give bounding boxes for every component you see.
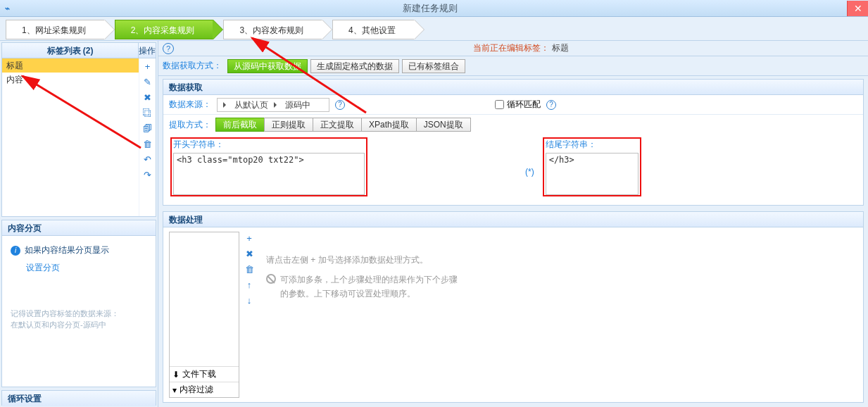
redo-icon[interactable]: ↷ — [142, 170, 153, 181]
duplicate-icon[interactable]: ⿻ — [142, 108, 153, 119]
file-download-option[interactable]: ⬇ 文件下载 — [170, 366, 239, 382]
wildcard-link[interactable]: (*) — [525, 167, 534, 177]
loop-match-label: 循环匹配 — [507, 99, 541, 111]
copy-icon[interactable]: 🗐 — [142, 123, 153, 134]
pagination-header: 内容分页 — [2, 220, 156, 236]
trash-icon[interactable]: 🗑 — [142, 139, 153, 150]
step-content-rules[interactable]: 2、内容采集规则 — [115, 20, 214, 39]
start-string-label: 开头字符串： — [173, 139, 365, 150]
extract-tab-body[interactable]: 正文提取 — [313, 118, 362, 132]
tag-list-panel: 标签列表 (2) 操作 标题 内容 + ✎ ✖ ⿻ 🗐 🗑 ↶ ↷ — [1, 42, 156, 217]
wizard-steps: 1、网址采集规则 2、内容采集规则 3、内容发布规则 4、其他设置 — [0, 17, 868, 41]
chevron-right-icon — [223, 102, 229, 108]
delete-x-icon[interactable]: ✖ — [142, 92, 153, 104]
undo-icon[interactable]: ↶ — [142, 154, 153, 165]
filter-icon: ▾ — [172, 385, 177, 395]
extract-method-label: 提取方式： — [169, 118, 211, 132]
tag-row-content[interactable]: 内容 — [2, 73, 139, 87]
tag-row-title[interactable]: 标题 — [2, 58, 139, 73]
step-other-settings[interactable]: 4、其他设置 — [332, 20, 415, 39]
chevron-right-icon — [274, 102, 279, 108]
content-filter-option[interactable]: ▾ 内容过滤 — [170, 382, 239, 397]
help-icon[interactable]: ? — [546, 100, 556, 110]
close-button[interactable]: ✕ — [847, 1, 868, 16]
delete-x-icon[interactable]: ✖ — [244, 249, 255, 260]
extract-tab-regex[interactable]: 正则提取 — [264, 118, 313, 132]
info-icon: i — [11, 246, 20, 256]
pagination-hint: 记得设置内容标签的数据来源： 在默认页和内容分页-源码中 — [11, 308, 147, 330]
window-title: 新建任务规则 — [13, 2, 847, 15]
prohibit-icon — [266, 274, 276, 284]
data-acquire-header: 数据获取 — [163, 80, 863, 95]
tag-list-ops-header: 操作 — [139, 43, 156, 58]
loop-header[interactable]: 循环设置 — [2, 391, 156, 406]
add-icon[interactable]: + — [142, 61, 153, 73]
content-pagination-panel: 内容分页 i 如果内容结果分页显示 设置分页 记得设置内容标签的数据来源： 在默… — [1, 220, 156, 387]
data-source-field[interactable]: 从默认页 源码中 — [217, 98, 329, 112]
step-publish-rules[interactable]: 3、内容发布规则 — [223, 20, 322, 39]
help-icon[interactable]: ? — [163, 43, 174, 54]
process-list-area[interactable] — [170, 232, 239, 366]
process-step-list: ⬇ 文件下载 ▾ 内容过滤 — [169, 232, 239, 398]
tag-ops-toolbar: + ✎ ✖ ⿻ 🗐 🗑 ↶ ↷ — [139, 58, 156, 216]
add-icon[interactable]: + — [244, 233, 255, 244]
data-method-label: 数据获取方式： — [163, 60, 222, 72]
loop-settings-panel: 循环设置 — [1, 390, 156, 406]
method-tag-combine[interactable]: 已有标签组合 — [402, 59, 465, 73]
download-icon: ⬇ — [172, 370, 180, 380]
set-pagination-link[interactable]: 设置分页 — [11, 262, 147, 274]
trash-icon[interactable]: 🗑 — [244, 264, 255, 275]
source-part-1: 从默认页 — [234, 98, 268, 112]
data-process-panel: 数据处理 ⬇ 文件下载 ▾ 内容过滤 + ✖ 🗑 — [163, 211, 864, 403]
edit-icon[interactable]: ✎ — [142, 77, 153, 88]
window-titlebar: ⌁ 新建任务规则 ✕ — [0, 0, 868, 17]
tag-list-header: 标签列表 (2) — [2, 43, 139, 58]
process-hint-2: 可添加多条，上个步骤处理的结果作为下个步骤的参数。上下移动可设置处理顺序。 — [280, 273, 463, 301]
pagination-info: 如果内容结果分页显示 — [25, 244, 109, 256]
source-part-2: 源码中 — [285, 98, 310, 112]
editing-bar: ? 当前正在编辑标签： 标题 — [158, 41, 868, 56]
data-acquire-panel: 数据获取 数据来源： 从默认页 源码中 ? 循环匹配 ? — [163, 79, 864, 206]
extract-tab-json[interactable]: JSON提取 — [416, 118, 471, 132]
process-ops-toolbar: + ✖ 🗑 ↑ ↓ — [244, 232, 255, 398]
process-hint-1: 请点击左侧 + 加号选择添加数据处理方式。 — [266, 253, 850, 267]
move-down-icon[interactable]: ↓ — [244, 295, 255, 306]
now-editing-label: 当前正在编辑标签： — [473, 43, 549, 53]
extract-tab-cut[interactable]: 前后截取 — [215, 118, 265, 132]
start-string-input[interactable] — [173, 153, 365, 195]
now-editing-value: 标题 — [552, 43, 569, 53]
step-url-rules[interactable]: 1、网址采集规则 — [6, 20, 105, 39]
help-icon[interactable]: ? — [335, 100, 345, 110]
extract-tab-xpath[interactable]: XPath提取 — [361, 118, 417, 132]
end-string-label: 结尾字符串： — [546, 139, 639, 150]
end-string-input[interactable] — [546, 153, 639, 195]
app-icon: ⌁ — [0, 4, 13, 13]
move-up-icon[interactable]: ↑ — [244, 280, 255, 291]
data-source-label: 数据来源： — [169, 99, 211, 111]
loop-match-input[interactable] — [495, 100, 504, 109]
method-from-source[interactable]: 从源码中获取数据 — [227, 59, 308, 73]
data-process-header: 数据处理 — [163, 212, 863, 227]
loop-match-checkbox[interactable]: 循环匹配 — [495, 99, 541, 111]
method-fixed-format[interactable]: 生成固定格式的数据 — [310, 59, 399, 73]
data-method-row: 数据获取方式： 从源码中获取数据 生成固定格式的数据 已有标签组合 — [158, 56, 868, 76]
